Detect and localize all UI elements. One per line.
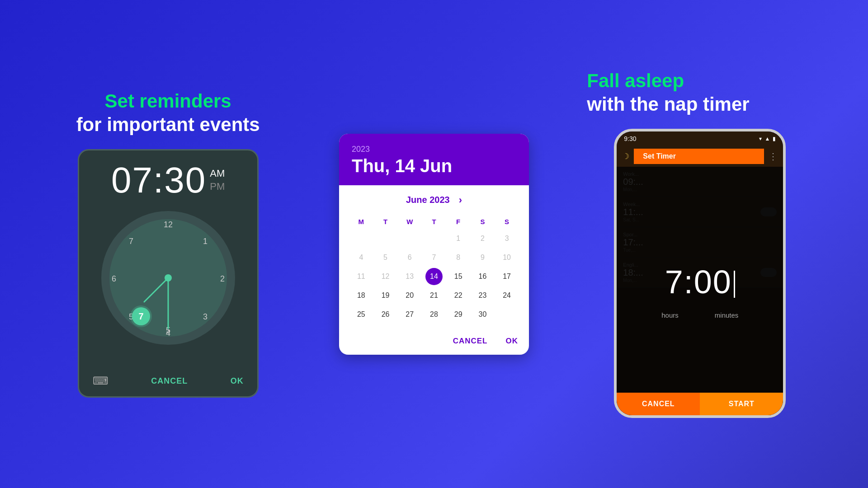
center-section: 2023 Thu, 14 Jun June 2023 › M T W T F S… bbox=[337, 134, 531, 355]
calendar-ok-button[interactable]: OK bbox=[505, 337, 518, 346]
cal-day-10[interactable]: 10 bbox=[498, 249, 515, 266]
clock-footer: ⌨ CANCEL OK bbox=[88, 370, 248, 387]
svg-text:2: 2 bbox=[220, 274, 225, 283]
svg-text:1: 1 bbox=[203, 237, 208, 246]
set-timer-button[interactable]: Set Timer bbox=[634, 149, 764, 164]
cal-day-11[interactable]: 11 bbox=[353, 268, 370, 285]
calendar-body: June 2023 › M T W T F S S 1 2 3 bbox=[339, 185, 529, 332]
clock-ok-button[interactable]: OK bbox=[231, 376, 244, 386]
svg-text:12: 12 bbox=[164, 220, 173, 229]
clock-am: AM bbox=[210, 167, 225, 180]
minutes-label: minutes bbox=[715, 311, 739, 319]
calendar-footer: CANCEL OK bbox=[339, 332, 529, 355]
cal-day-27[interactable]: 27 bbox=[401, 306, 418, 323]
clock-time: 07:30 bbox=[111, 160, 206, 201]
timer-cancel-button[interactable]: CANCEL bbox=[617, 393, 700, 415]
right-title-white: with the nap timer bbox=[587, 94, 749, 115]
cal-day-4[interactable]: 4 bbox=[353, 249, 370, 266]
clock-header: 07:30 AM PM bbox=[111, 160, 225, 201]
clock-pm: PM bbox=[210, 180, 225, 193]
cal-day-13[interactable]: 13 bbox=[401, 268, 418, 285]
cal-day-30[interactable]: 30 bbox=[474, 306, 491, 323]
cal-day-9[interactable]: 9 bbox=[474, 249, 491, 266]
cal-day-14-selected[interactable]: 14 bbox=[425, 268, 443, 285]
cal-day-empty-4 bbox=[425, 230, 443, 247]
cal-header-s2: S bbox=[495, 215, 518, 228]
cal-day-22[interactable]: 22 bbox=[450, 287, 467, 304]
svg-point-13 bbox=[165, 274, 172, 282]
clock-face-container: 12 1 2 3 4 5 6 7 5 7 bbox=[100, 210, 236, 346]
cal-day-3[interactable]: 3 bbox=[498, 230, 515, 247]
svg-text:6: 6 bbox=[112, 274, 116, 283]
calendar-grid: M T W T F S S 1 2 3 4 5 6 7 8 bbox=[350, 215, 518, 323]
timer-start-button[interactable]: START bbox=[700, 393, 783, 415]
cal-day-6[interactable]: 6 bbox=[401, 249, 418, 266]
cal-day-1[interactable]: 1 bbox=[450, 230, 467, 247]
cal-day-5[interactable]: 5 bbox=[377, 249, 394, 266]
cal-header-w: W bbox=[398, 215, 421, 228]
phone-status-icons: ▾ ▲ ▮ bbox=[759, 136, 776, 142]
cal-day-17[interactable]: 17 bbox=[498, 268, 515, 285]
phone-status-bar: 9:30 ▾ ▲ ▮ bbox=[617, 131, 783, 146]
right-title-green: Fall asleep bbox=[587, 70, 684, 92]
calendar-selected-date: Thu, 14 Jun bbox=[352, 156, 516, 176]
timer-value: 7:00 bbox=[665, 264, 732, 300]
left-title-white: for important events bbox=[76, 114, 260, 136]
calendar-month-nav: June 2023 › bbox=[350, 194, 518, 206]
moon-icon: ☽ bbox=[622, 151, 629, 161]
cal-day-8[interactable]: 8 bbox=[450, 249, 467, 266]
phone-top-bar: ☽ Set Timer ⋮ bbox=[617, 146, 783, 167]
alarm-list: Work... 09:... Mon,... Week... 11:... Sa… bbox=[617, 167, 783, 415]
calendar-next-button[interactable]: › bbox=[459, 194, 462, 206]
cal-day-20[interactable]: 20 bbox=[401, 287, 418, 304]
timer-phone: 9:30 ▾ ▲ ▮ ☽ Set Timer ⋮ Work... 09:... bbox=[614, 129, 786, 418]
keyboard-icon[interactable]: ⌨ bbox=[93, 375, 108, 387]
cal-header-m: M bbox=[350, 215, 373, 228]
timer-footer: CANCEL START bbox=[617, 393, 783, 415]
calendar-year: 2023 bbox=[352, 145, 516, 154]
cal-day-21[interactable]: 21 bbox=[425, 287, 443, 304]
cal-header-f: F bbox=[447, 215, 470, 228]
hours-label: hours bbox=[661, 311, 679, 319]
phone-status-time: 9:30 bbox=[624, 135, 636, 142]
cal-day-26[interactable]: 26 bbox=[377, 306, 394, 323]
more-icon[interactable]: ⋮ bbox=[769, 151, 778, 162]
cal-day-19[interactable]: 19 bbox=[377, 287, 394, 304]
cal-header-s1: S bbox=[472, 215, 494, 228]
cal-header-t1: T bbox=[374, 215, 397, 228]
cal-day-15[interactable]: 15 bbox=[450, 268, 467, 285]
battery-icon: ▮ bbox=[773, 136, 776, 142]
clock-cancel-button[interactable]: CANCEL bbox=[151, 376, 188, 386]
svg-text:7: 7 bbox=[138, 311, 143, 321]
clock-ampm: AM PM bbox=[210, 167, 225, 193]
cal-day-18[interactable]: 18 bbox=[353, 287, 370, 304]
calendar-month-label: June 2023 bbox=[406, 195, 450, 205]
clock-face-svg: 12 1 2 3 4 5 6 7 5 7 bbox=[100, 210, 236, 346]
timer-overlay: 7:00 hours minutes bbox=[617, 167, 783, 415]
clock-phone: 07:30 AM PM 12 1 2 3 4 5 6 7 5 bbox=[78, 149, 259, 398]
cal-header-t2: T bbox=[423, 215, 445, 228]
wifi-icon: ▾ bbox=[759, 136, 762, 142]
cal-day-12[interactable]: 12 bbox=[377, 268, 394, 285]
cal-day-empty-5 bbox=[498, 306, 515, 323]
timer-display: 7:00 bbox=[665, 263, 735, 300]
cal-day-24[interactable]: 24 bbox=[498, 287, 515, 304]
left-section: Set reminders for important events 07:30… bbox=[55, 90, 281, 398]
timer-cursor bbox=[734, 271, 735, 298]
cal-day-16[interactable]: 16 bbox=[474, 268, 491, 285]
right-section: Fall asleep with the nap timer 9:30 ▾ ▲ … bbox=[587, 70, 813, 418]
calendar-card: 2023 Thu, 14 Jun June 2023 › M T W T F S… bbox=[339, 134, 529, 355]
cal-day-empty-3 bbox=[401, 230, 418, 247]
svg-text:3: 3 bbox=[203, 312, 208, 321]
cal-day-7[interactable]: 7 bbox=[425, 249, 443, 266]
cal-day-25[interactable]: 25 bbox=[353, 306, 370, 323]
cal-day-28[interactable]: 28 bbox=[425, 306, 443, 323]
cal-day-29[interactable]: 29 bbox=[450, 306, 467, 323]
cal-day-2[interactable]: 2 bbox=[474, 230, 491, 247]
left-title-green: Set reminders bbox=[105, 90, 231, 112]
calendar-cancel-button[interactable]: CANCEL bbox=[453, 337, 488, 346]
cal-day-empty-1 bbox=[353, 230, 370, 247]
timer-labels: hours minutes bbox=[661, 311, 738, 319]
cal-day-23[interactable]: 23 bbox=[474, 287, 491, 304]
calendar-header: 2023 Thu, 14 Jun bbox=[339, 134, 529, 185]
